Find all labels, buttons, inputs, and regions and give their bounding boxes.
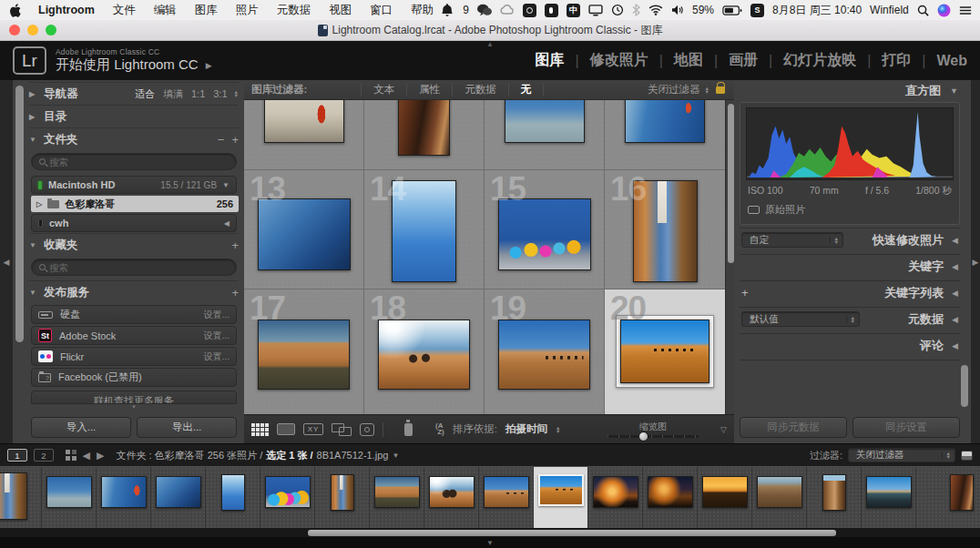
preset-stepper-icon[interactable]: ▲▼ bbox=[830, 237, 839, 244]
toolbar-options-dropdown-icon[interactable]: ▽ bbox=[720, 425, 727, 434]
breadcrumb[interactable]: 文件夹 : 色彩摩洛哥 256 张照片 / 选定 1 张 / 8B1A7512-… bbox=[116, 449, 399, 462]
capture-s-icon[interactable]: S bbox=[750, 4, 764, 17]
publish-service-Flickr[interactable]: Flickr设置... bbox=[31, 347, 237, 366]
photo-thumbnail[interactable] bbox=[101, 476, 147, 508]
photo-thumbnail[interactable] bbox=[258, 320, 350, 390]
menu-library[interactable]: 图库 bbox=[187, 3, 226, 18]
photo-thumbnail[interactable] bbox=[156, 476, 201, 508]
filmstrip-thumb-16[interactable] bbox=[862, 467, 916, 528]
quick-develop-title[interactable]: 快速修改照片 bbox=[873, 232, 944, 249]
filter-tab-元数据[interactable]: 元数据 bbox=[452, 83, 508, 96]
keywording-title[interactable]: 关键字 bbox=[908, 259, 944, 275]
volume-icon[interactable] bbox=[671, 5, 684, 15]
grid-cell-13[interactable]: 13 bbox=[244, 170, 364, 289]
photo-thumbnail[interactable] bbox=[265, 476, 311, 508]
photo-thumbnail[interactable] bbox=[221, 474, 245, 511]
people-view-button[interactable] bbox=[360, 423, 374, 436]
wechat-icon[interactable] bbox=[477, 4, 492, 16]
filmstrip-thumb-11[interactable] bbox=[588, 467, 643, 528]
photo-thumbnail[interactable] bbox=[757, 476, 802, 508]
folders-search-box[interactable] bbox=[31, 153, 237, 170]
photo-thumbnail[interactable] bbox=[620, 320, 709, 383]
photo-thumbnail[interactable] bbox=[258, 198, 351, 270]
photo-thumbnail[interactable] bbox=[374, 476, 420, 508]
display-icon[interactable] bbox=[588, 5, 603, 16]
menu-edit[interactable]: 编辑 bbox=[146, 3, 185, 18]
catalog-header[interactable]: ▶ 目录 bbox=[29, 105, 239, 127]
notification-center-icon[interactable] bbox=[959, 5, 972, 15]
collections-search-box[interactable] bbox=[31, 259, 237, 276]
right-panel-collapse-edge[interactable]: ▶ bbox=[971, 80, 980, 443]
disclosure-down-icon[interactable]: ▼ bbox=[29, 241, 37, 249]
remove-folder-button[interactable]: − bbox=[218, 133, 225, 147]
disclosure-right-icon[interactable]: ▶ bbox=[29, 113, 37, 121]
module-画册[interactable]: 画册 bbox=[729, 51, 758, 70]
left-panel-collapse-edge[interactable]: ◀ bbox=[0, 80, 13, 443]
add-folder-button[interactable]: + bbox=[231, 133, 239, 147]
thumbnail-size-slider[interactable] bbox=[607, 435, 699, 438]
filmstrip-filter-dropdown[interactable]: 关闭过滤器 ▲▼ bbox=[848, 448, 955, 462]
collections-header[interactable]: ▼ 收藏夹 + bbox=[29, 233, 239, 256]
disclosure-left-icon[interactable]: ◀ bbox=[952, 236, 958, 245]
menu-metadata[interactable]: 元数据 bbox=[269, 3, 320, 18]
painter-spray-icon[interactable] bbox=[404, 423, 413, 436]
filmstrip-thumb-5[interactable] bbox=[260, 467, 315, 528]
filmstrip-thumb-9[interactable] bbox=[479, 467, 534, 528]
menubar-clock[interactable]: 8月8日 周三 10:40 bbox=[772, 3, 862, 18]
photo-thumbnail[interactable] bbox=[484, 476, 529, 508]
zoom-option-1:1[interactable]: 1:1 bbox=[191, 88, 205, 99]
photo-thumbnail[interactable] bbox=[498, 198, 591, 270]
photo-thumbnail[interactable] bbox=[398, 100, 450, 156]
sort-stepper-icon[interactable]: ▲▼ bbox=[556, 426, 560, 433]
zoom-option-3:1[interactable]: 3:1 bbox=[213, 88, 227, 99]
module-地图[interactable]: 地图 bbox=[674, 51, 703, 70]
sort-direction-icon[interactable]: (A Z) bbox=[435, 423, 444, 435]
photo-thumbnail[interactable] bbox=[625, 100, 705, 143]
filmstrip-thumb-6[interactable] bbox=[315, 467, 370, 528]
metadata-preset-dropdown[interactable]: 默认值 ▲▼ bbox=[741, 311, 860, 327]
grid-cell[interactable] bbox=[485, 100, 605, 169]
publish-service-settings[interactable]: 设置... bbox=[204, 309, 230, 321]
preset-stepper-icon[interactable]: ▲▼ bbox=[846, 316, 855, 323]
publish-service-Facebook (已禁用)[interactable]: ?Facebook (已禁用) bbox=[31, 368, 237, 387]
module-打印[interactable]: 打印 bbox=[882, 51, 911, 70]
disclosure-left-icon[interactable]: ◀ bbox=[952, 315, 958, 324]
filter-preset-value[interactable]: 关闭过滤器 bbox=[648, 83, 700, 96]
grid-view-button[interactable] bbox=[251, 423, 269, 436]
disclosure-right-icon[interactable]: ▶ bbox=[29, 90, 37, 98]
survey-view-button[interactable] bbox=[332, 423, 352, 436]
right-panel-scrollbar[interactable] bbox=[961, 365, 968, 407]
apple-menu-icon[interactable] bbox=[9, 4, 21, 17]
metadata-title[interactable]: 元数据 bbox=[908, 311, 944, 328]
disclosure-left-icon[interactable]: ◀ bbox=[952, 262, 958, 271]
folder-row-selected[interactable]: ▷ 色彩摩洛哥 256 bbox=[31, 196, 239, 212]
screencap-app-icon[interactable] bbox=[523, 4, 536, 17]
main-window-button[interactable]: 1 bbox=[7, 449, 27, 462]
filter-tab-属性[interactable]: 属性 bbox=[406, 83, 452, 96]
filmstrip-scrollbar-thumb[interactable] bbox=[308, 530, 836, 536]
disclosure-down-icon[interactable]: ▼ bbox=[222, 181, 230, 189]
grid-cell-18[interactable]: 18 bbox=[364, 289, 485, 414]
keyword-list-title[interactable]: 关键字列表 bbox=[884, 285, 944, 301]
grid-cell-16[interactable]: 16 bbox=[605, 170, 725, 289]
export-button[interactable]: 导出... bbox=[137, 417, 237, 438]
bell-icon[interactable] bbox=[442, 4, 453, 16]
filmstrip-thumb-4[interactable] bbox=[206, 467, 260, 528]
photo-thumbnail[interactable] bbox=[648, 476, 693, 508]
disclosure-right-icon[interactable]: ▷ bbox=[36, 200, 42, 208]
loupe-view-button[interactable] bbox=[277, 423, 295, 435]
histogram-header[interactable]: 直方图 ▼ bbox=[740, 80, 960, 102]
photo-thumbnail[interactable] bbox=[264, 100, 344, 143]
sort-value[interactable]: 拍摄时间 bbox=[505, 422, 547, 436]
menu-app-name[interactable]: Lightroom bbox=[30, 4, 103, 16]
grid-cell-15[interactable]: 15 bbox=[485, 170, 605, 289]
top-panel-collapse-arrow[interactable]: ▲ bbox=[486, 41, 494, 48]
filmstrip-thumb-0[interactable] bbox=[0, 467, 42, 528]
disclosure-down-icon[interactable]: ▼ bbox=[950, 86, 958, 96]
filter-tab-无[interactable]: 无 bbox=[508, 83, 545, 96]
photo-thumbnail[interactable] bbox=[0, 472, 27, 520]
folders-header[interactable]: ▼ 文件夹 −+ bbox=[29, 127, 239, 150]
identity-plate-large[interactable]: 开始使用 Lightroom CC bbox=[56, 56, 199, 74]
photo-thumbnail[interactable] bbox=[498, 320, 590, 390]
second-window-button[interactable]: 2 bbox=[34, 449, 54, 462]
